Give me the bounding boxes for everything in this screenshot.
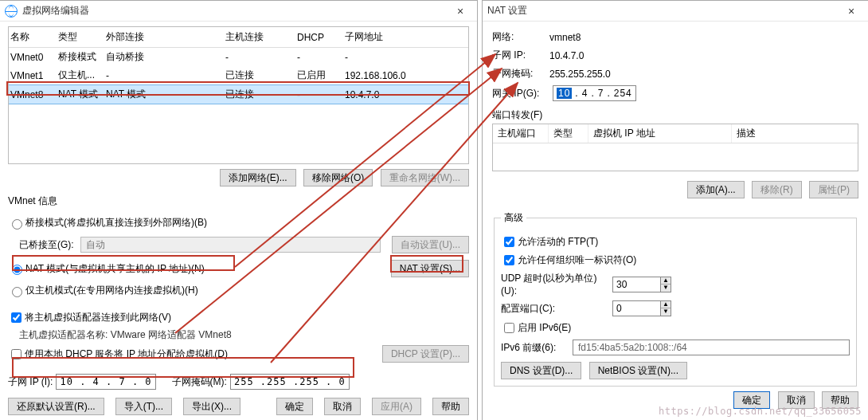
col-type[interactable]: 类型 xyxy=(57,27,104,48)
subnet-mask-value: 255.255.255.0 xyxy=(549,69,611,80)
dhcp-check-row[interactable]: 使用本地 DHCP 服务将 IP 地址分配给虚拟机(D) DHCP 设置(P).… xyxy=(8,345,469,363)
left-footer-buttons: 还原默认设置(R)... 导入(T)... 导出(X)... 确定 取消 应用(… xyxy=(8,398,469,415)
enable-ipv6-checkbox[interactable] xyxy=(504,323,514,333)
subnet-ip-input[interactable]: 10 . 4 . 7 . 0 xyxy=(56,374,155,390)
left-window-title: 虚拟网络编辑器 xyxy=(22,4,448,18)
bridge-mode-radio-row[interactable]: 桥接模式(将虚拟机直接连接到外部网络)(B) xyxy=(8,216,469,230)
dhcp-settings-button[interactable]: DHCP 设置(P)... xyxy=(382,345,469,363)
advanced-legend: 高级 xyxy=(501,211,526,225)
port-forward-table[interactable]: 主机端口 类型 虚拟机 IP 地址 描述 xyxy=(492,124,858,171)
spinner-down-icon[interactable]: ▼ xyxy=(661,308,671,316)
col-ext[interactable]: 外部连接 xyxy=(104,27,224,48)
help-button[interactable]: 帮助 xyxy=(432,398,469,415)
host-only-radio[interactable] xyxy=(12,287,22,297)
config-port-spinner[interactable]: ▲▼ xyxy=(612,300,671,316)
col-host[interactable]: 主机连接 xyxy=(224,27,295,48)
allow-ftp-row[interactable]: 允许活动的 FTP(T) xyxy=(501,234,850,249)
netbios-settings-button[interactable]: NetBIOS 设置(N)... xyxy=(589,362,687,379)
connect-adapter-label: 将主机虚拟适配器连接到此网络(V) xyxy=(25,311,171,324)
subnet-row: 子网 IP (I): 10 . 4 . 7 . 0 子网掩码(M): 255 .… xyxy=(8,374,469,390)
port-forward-buttons: 添加(A)... 移除(R) 属性(P) xyxy=(492,181,858,198)
bridge-mode-radio[interactable] xyxy=(12,219,22,230)
vmnet-info-header: VMnet 信息 xyxy=(8,194,469,208)
udp-timeout-row: UDP 超时(以秒为单位)(U): ▲▼ xyxy=(501,272,850,296)
nat-mode-radio[interactable] xyxy=(12,265,22,275)
networks-table[interactable]: 名称 类型 外部连接 主机连接 DHCP 子网地址 VMnet0桥接模式自动桥接… xyxy=(9,27,468,104)
import-button[interactable]: 导入(T)... xyxy=(115,398,172,415)
apply-button[interactable]: 应用(A) xyxy=(372,398,421,415)
enable-ipv6-row[interactable]: 启用 IPv6(E) xyxy=(501,320,850,336)
table-row-selected[interactable]: VMnet8NAT 模式NAT 模式已连接-10.4.7.0 xyxy=(9,85,468,104)
config-port-row: 配置端口(C): ▲▼ xyxy=(501,300,850,316)
advanced-group: 高级 允许活动的 FTP(T) 允许任何组织唯一标识符(O) UDP 超时(以秒… xyxy=(494,211,857,387)
watermark-text: https://blog.csdn.net/qq_33656055 xyxy=(659,406,862,417)
bridge-mode-label: 桥接模式(将虚拟机直接连接到外部网络)(B) xyxy=(25,216,207,230)
remove-network-button[interactable]: 移除网络(O) xyxy=(303,169,373,186)
subnet-ip-value: 10.4.7.0 xyxy=(549,50,584,61)
nat-mode-radio-row[interactable]: NAT 模式(与虚拟机共享主机的 IP 地址)(N) NAT 设置(S)... xyxy=(8,260,469,277)
subnet-ip-row: 子网 IP:10.4.7.0 xyxy=(492,49,858,62)
connect-adapter-check-row[interactable]: 将主机虚拟适配器连接到此网络(V) xyxy=(8,310,469,325)
networks-table-container: 名称 类型 外部连接 主机连接 DHCP 子网地址 VMnet0桥接模式自动桥接… xyxy=(8,26,469,164)
bridge-auto-settings-button[interactable]: 自动设置(U)... xyxy=(392,236,469,253)
nat-settings-button[interactable]: NAT 设置(S)... xyxy=(391,260,469,277)
bridge-to-label: 已桥接至(G): xyxy=(19,238,74,252)
network-value: vmnet8 xyxy=(549,32,581,43)
right-window-title: NAT 设置 xyxy=(487,4,839,18)
allow-org-row[interactable]: 允许任何组织唯一标识符(O) xyxy=(501,253,850,268)
globe-icon xyxy=(5,5,18,18)
port-forward-label: 端口转发(F) xyxy=(492,108,858,122)
col-name[interactable]: 名称 xyxy=(9,27,57,48)
allow-ftp-checkbox[interactable] xyxy=(504,237,514,247)
gateway-ip-row: 网关 IP(G): 10. 4. 7. 254 xyxy=(492,85,858,101)
cancel-button[interactable]: 取消 xyxy=(324,398,361,415)
pf-col-vmip[interactable]: 虚拟机 IP 地址 xyxy=(588,124,732,143)
pf-add-button[interactable]: 添加(A)... xyxy=(687,181,745,198)
left-titlebar: 虚拟网络编辑器 × xyxy=(0,1,477,22)
allow-org-checkbox[interactable] xyxy=(504,255,514,265)
bridge-to-select[interactable]: 自动 xyxy=(80,237,381,253)
export-button[interactable]: 导出(X)... xyxy=(183,398,240,415)
nat-settings-window: NAT 设置 × 网络:vmnet8 子网 IP:10.4.7.0 子网掩码:2… xyxy=(482,0,868,420)
ipv6-prefix-input[interactable] xyxy=(573,340,850,355)
rename-network-button[interactable]: 重命名网络(W)... xyxy=(381,169,469,186)
bridge-to-row: 已桥接至(G): 自动 自动设置(U)... xyxy=(19,236,469,253)
dhcp-label: 使用本地 DHCP 服务将 IP 地址分配给虚拟机(D) xyxy=(25,347,228,361)
subnet-ip-label: 子网 IP (I): xyxy=(8,375,53,389)
table-row[interactable]: VMnet0桥接模式自动桥接--- xyxy=(9,48,468,67)
udp-timeout-spinner[interactable]: ▲▼ xyxy=(612,277,671,292)
network-row: 网络:vmnet8 xyxy=(492,30,858,44)
connect-adapter-checkbox[interactable] xyxy=(11,312,22,323)
pf-col-hostport[interactable]: 主机端口 xyxy=(493,124,549,143)
pf-props-button[interactable]: 属性(P) xyxy=(809,181,858,198)
dhcp-checkbox[interactable] xyxy=(11,349,22,359)
table-row[interactable]: VMnet1仅主机...-已连接已启用192.168.106.0 xyxy=(9,66,468,85)
pf-col-desc[interactable]: 描述 xyxy=(732,124,858,143)
network-buttons-row: 添加网络(E)... 移除网络(O) 重命名网络(W)... xyxy=(8,169,469,186)
host-only-label: 仅主机模式(在专用网络内连接虚拟机)(H) xyxy=(25,284,198,297)
ipv6-prefix-row: IPv6 前缀(6): xyxy=(501,340,850,355)
close-icon[interactable]: × xyxy=(839,5,863,18)
adapter-name-label: 主机虚拟适配器名称: VMware 网络适配器 VMnet8 xyxy=(19,328,469,342)
virtual-network-editor-window: 虚拟网络编辑器 × 名称 类型 外部连接 主机连接 DHCP 子网地址 VMne… xyxy=(0,0,478,420)
subnet-mask-input[interactable]: 255 .255 .255 . 0 xyxy=(230,374,350,390)
pf-col-type[interactable]: 类型 xyxy=(549,124,588,143)
col-subnet[interactable]: 子网地址 xyxy=(343,27,468,48)
ok-button[interactable]: 确定 xyxy=(276,398,313,415)
dns-netbios-row: DNS 设置(D)... NetBIOS 设置(N)... xyxy=(501,362,850,379)
right-titlebar: NAT 设置 × xyxy=(483,1,868,22)
gateway-ip-input[interactable]: 10. 4. 7. 254 xyxy=(553,85,636,101)
spinner-down-icon[interactable]: ▼ xyxy=(661,285,671,292)
subnet-mask-label: 子网掩码(M): xyxy=(172,375,227,389)
pf-remove-button[interactable]: 移除(R) xyxy=(752,181,802,198)
restore-defaults-button[interactable]: 还原默认设置(R)... xyxy=(8,398,104,415)
close-icon[interactable]: × xyxy=(448,5,472,18)
dns-settings-button[interactable]: DNS 设置(D)... xyxy=(501,362,581,379)
host-only-radio-row[interactable]: 仅主机模式(在专用网络内连接虚拟机)(H) xyxy=(8,284,469,297)
nat-mode-label: NAT 模式(与虚拟机共享主机的 IP 地址)(N) xyxy=(25,262,205,276)
subnet-mask-row: 子网掩码:255.255.255.0 xyxy=(492,67,858,80)
add-network-button[interactable]: 添加网络(E)... xyxy=(220,169,296,186)
col-dhcp[interactable]: DHCP xyxy=(295,27,343,48)
